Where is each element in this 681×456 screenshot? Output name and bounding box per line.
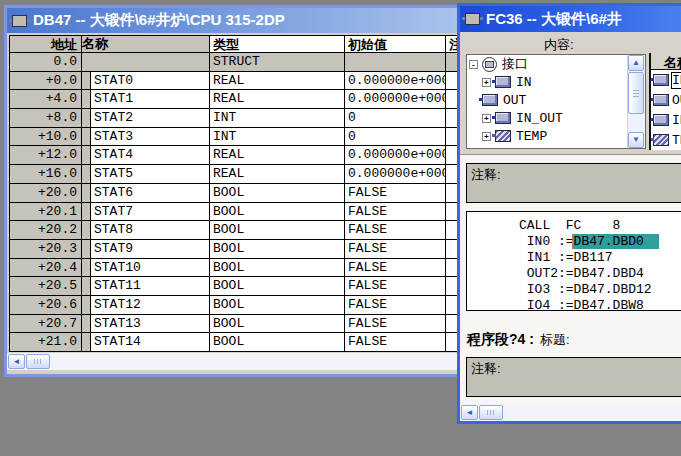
tree-expander-toggle[interactable]: + [482,132,491,141]
type-cell[interactable]: REAL [210,90,345,109]
name-cell[interactable]: STAT14 [82,333,210,352]
name-cell[interactable]: STAT1 [82,90,210,109]
initial-value-cell[interactable]: 0 [345,109,446,128]
address-cell[interactable]: +20.7 [10,315,82,334]
initial-value-cell[interactable]: FALSE [345,315,446,334]
scrollbar-thumb[interactable] [628,72,644,114]
initial-value-cell[interactable]: 0.000000e+000 [345,165,446,184]
network-header[interactable]: 程序段?4 :标题: [467,331,570,349]
type-cell[interactable]: STRUCT [210,53,345,72]
type-cell[interactable]: BOOL [210,184,345,203]
address-cell[interactable]: +20.0 [10,184,82,203]
address-cell[interactable]: +20.6 [10,296,82,315]
name-cell[interactable]: STAT9 [82,240,210,259]
initial-value-cell[interactable]: 0 [345,128,446,147]
table-row[interactable]: +20.3 STAT9 BOOL FALSE [10,240,461,259]
name-cell[interactable]: STAT3 [82,128,210,147]
tree-item[interactable]: + IN [467,73,645,91]
table-row[interactable]: +12.0 STAT4 REAL 0.000000e+000 [10,146,461,165]
fc36-horizontal-scrollbar[interactable]: ◄ [460,404,681,421]
initial-value-cell[interactable]: FALSE [345,333,446,352]
tree-item[interactable]: + IN_OUT [467,109,645,127]
table-row[interactable]: +20.5 STAT11 BOOL FALSE [10,277,461,296]
scroll-down-button[interactable]: ▼ [628,132,644,148]
table-row[interactable]: +21.0 STAT14 BOOL FALSE [10,333,461,352]
initial-value-cell[interactable]: FALSE [345,184,446,203]
table-row[interactable]: +8.0 STAT2 INT 0 [10,109,461,128]
tree-item[interactable]: + RETURN [467,145,645,149]
db-block-icon[interactable] [12,15,27,27]
address-cell[interactable]: +12.0 [10,146,82,165]
type-cell[interactable]: REAL [210,165,345,184]
address-cell[interactable]: +0.0 [10,72,82,91]
fc-block-icon[interactable] [465,13,480,25]
table-row[interactable]: +20.2 STAT8 BOOL FALSE [10,221,461,240]
type-cell[interactable]: BOOL [210,333,345,352]
db47-horizontal-scrollbar[interactable]: ◄ [7,353,458,370]
address-cell[interactable]: +16.0 [10,165,82,184]
network-comment-box-2[interactable]: 注释: [466,357,681,397]
scroll-left-button[interactable]: ◄ [461,405,478,420]
network-comment-box[interactable]: 注释: [466,163,681,203]
table-row[interactable]: +10.0 STAT3 INT 0 [10,128,461,147]
scrollbar-thumb[interactable] [479,405,503,420]
tree-expander-toggle[interactable]: + [482,78,491,87]
list-item[interactable]: OUT [651,90,681,110]
initial-value-cell[interactable]: FALSE [345,221,446,240]
scroll-up-button[interactable]: ▲ [628,55,644,71]
initial-value-cell[interactable]: FALSE [345,240,446,259]
list-item[interactable]: IN [651,70,681,90]
list-item[interactable]: TEMP [651,130,681,150]
type-cell[interactable]: INT [210,109,345,128]
name-cell[interactable] [82,53,210,72]
initial-value-cell[interactable]: FALSE [345,277,446,296]
name-cell[interactable]: STAT2 [82,109,210,128]
table-row[interactable]: +20.7 STAT13 BOOL FALSE [10,315,461,334]
table-row[interactable]: +0.0 STAT0 REAL 0.000000e+000 [10,72,461,91]
table-row[interactable]: 0.0 STRUCT [10,53,461,72]
type-cell[interactable]: REAL [210,146,345,165]
table-row[interactable]: +20.1 STAT7 BOOL FALSE [10,203,461,222]
address-cell[interactable]: +10.0 [10,128,82,147]
table-row[interactable]: +16.0 STAT5 REAL 0.000000e+000 [10,165,461,184]
name-cell[interactable]: STAT11 [82,277,210,296]
tree-item[interactable]: - 接口 [467,55,645,73]
name-cell[interactable]: STAT7 [82,203,210,222]
address-cell[interactable]: +20.5 [10,277,82,296]
address-cell[interactable]: +20.4 [10,259,82,278]
address-cell[interactable]: +20.1 [10,203,82,222]
tree-vertical-scrollbar[interactable]: ▲ ▼ [627,55,645,148]
table-row[interactable]: +20.0 STAT6 BOOL FALSE [10,184,461,203]
initial-value-cell[interactable]: FALSE [345,203,446,222]
type-cell[interactable]: BOOL [210,259,345,278]
table-row[interactable]: +4.0 STAT1 REAL 0.000000e+000 [10,90,461,109]
list-item[interactable]: IN_OUT [651,110,681,130]
tree-item[interactable]: OUT [467,91,645,109]
name-cell[interactable]: STAT10 [82,259,210,278]
initial-value-cell[interactable] [345,53,446,72]
type-cell[interactable]: BOOL [210,315,345,334]
initial-value-cell[interactable]: 0.000000e+000 [345,72,446,91]
scrollbar-thumb[interactable] [26,354,50,369]
name-cell[interactable]: STAT8 [82,221,210,240]
type-cell[interactable]: BOOL [210,221,345,240]
db47-titlebar[interactable]: DB47 -- 大锻件\6#井炉\CPU 315-2DP [7,8,461,33]
type-cell[interactable]: BOOL [210,240,345,259]
initial-value-cell[interactable]: FALSE [345,259,446,278]
table-row[interactable]: +20.4 STAT10 BOOL FALSE [10,259,461,278]
initial-value-cell[interactable]: 0.000000e+000 [345,146,446,165]
tree-item[interactable]: + TEMP [467,127,645,145]
type-cell[interactable]: BOOL [210,203,345,222]
address-cell[interactable]: +20.3 [10,240,82,259]
type-cell[interactable]: REAL [210,72,345,91]
initial-value-cell[interactable]: 0.000000e+000 [345,90,446,109]
initial-value-cell[interactable]: FALSE [345,296,446,315]
tree-expander-toggle[interactable]: - [469,60,478,69]
address-cell[interactable]: +8.0 [10,109,82,128]
table-row[interactable]: +20.6 STAT12 BOOL FALSE [10,296,461,315]
stl-code-box[interactable]: CALL FC 8 IN0 :=DB47.DBD0 IN1 :=DB117 OU… [466,211,681,311]
address-cell[interactable]: +4.0 [10,90,82,109]
name-cell[interactable]: STAT5 [82,165,210,184]
fc36-titlebar[interactable]: FC36 -- 大锻件\6#井 [460,6,681,32]
name-cell[interactable]: STAT0 [82,72,210,91]
